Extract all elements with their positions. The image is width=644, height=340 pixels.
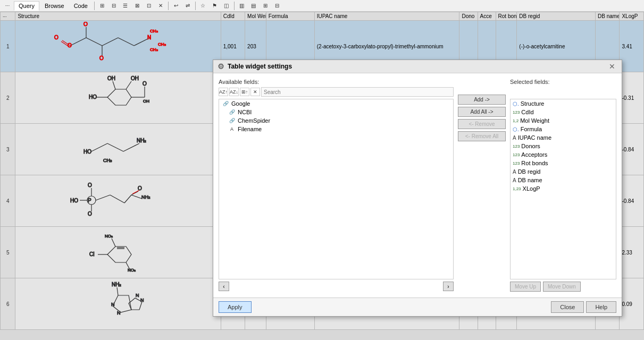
bookmark-icon[interactable]: ☆ xyxy=(198,1,208,11)
sep2 xyxy=(168,2,169,10)
list-item[interactable]: ⬡. Formula xyxy=(511,125,616,133)
list-item[interactable]: A IUPAC name xyxy=(511,133,616,142)
field-label: Filename xyxy=(238,126,262,132)
list-item[interactable]: 🔗 Google xyxy=(219,99,453,108)
list-icon[interactable]: ☰ xyxy=(120,1,131,11)
sort-type-button[interactable]: ⊞↑ xyxy=(240,88,249,96)
view1-icon[interactable]: ▥ xyxy=(237,1,247,11)
apply-button[interactable]: Apply xyxy=(219,301,252,313)
num-icon: 1,23 xyxy=(513,186,521,191)
text-icon: A xyxy=(513,135,516,141)
table-icon[interactable]: ⊟ xyxy=(108,1,119,11)
dialog-columns-container: Available fields: AZ↑ AZ↓ ⊞↑ ✕ 🔗 xyxy=(219,79,616,292)
toolbar: ··· Query Browse Code ⊞ ⊟ ☰ ⊠ ⊡ ✕ ↩ ⇌ ☆ … xyxy=(0,0,644,12)
dialog-close-button[interactable]: ✕ xyxy=(607,62,617,71)
list-item[interactable]: 1,2 Mol Weight xyxy=(511,116,616,125)
menu-button[interactable]: ··· xyxy=(2,1,13,11)
num-icon: 123 xyxy=(513,110,520,115)
list-item[interactable]: 123 Acceptors xyxy=(511,150,616,159)
field-label: DB regid xyxy=(518,168,541,175)
nav-right-button[interactable]: › xyxy=(443,282,454,291)
help-button[interactable]: Help xyxy=(586,301,616,313)
table-widget-settings-dialog: ⚙ Table widget settings ✕ Available fiel… xyxy=(213,60,622,317)
add-all-button[interactable]: Add All -> xyxy=(458,107,506,117)
list-item[interactable]: ⬡. Structure xyxy=(511,99,616,108)
sep4 xyxy=(234,2,235,10)
grid-icon[interactable]: ⊞ xyxy=(97,1,107,11)
tab-browse[interactable]: Browse xyxy=(40,2,69,10)
available-fields-section: Available fields: AZ↑ AZ↓ ⊞↑ ✕ 🔗 xyxy=(219,79,454,292)
list-item[interactable]: 1,23 XLogP xyxy=(511,184,616,193)
split-icon[interactable]: ⊡ xyxy=(144,1,154,11)
forward-icon[interactable]: ⇌ xyxy=(182,1,193,11)
move-down-button[interactable]: Move Down xyxy=(543,282,581,292)
list-item[interactable]: 123 Donors xyxy=(511,142,616,150)
available-fields-list[interactable]: 🔗 Google 🔗 NCBI 🔗 ChemSpider xyxy=(219,99,454,279)
move-up-button[interactable]: Move Up xyxy=(510,282,541,292)
struct-icon: ⬡. xyxy=(513,101,519,107)
formula-icon: ⬡. xyxy=(513,126,519,132)
selected-fields-section: Selected fields: ⬡. Structure 123 C xyxy=(510,79,616,292)
settings-gear-icon: ⚙ xyxy=(218,62,224,71)
num-icon: 1,2 xyxy=(513,118,518,123)
dialog-footer: Apply Close Help xyxy=(213,298,622,316)
list-item[interactable]: A Filename xyxy=(219,125,453,133)
list-item[interactable]: 123 CdId xyxy=(511,108,616,116)
text-icon: A xyxy=(513,177,516,183)
list-item[interactable]: 123 Rot bonds xyxy=(511,159,616,167)
selected-fields-list[interactable]: ⬡. Structure 123 CdId 1,2 Mol xyxy=(510,99,616,279)
merge-icon[interactable]: ⊠ xyxy=(132,1,143,11)
field-label: CdId xyxy=(521,109,533,115)
tab-query[interactable]: Query xyxy=(14,1,39,11)
sort-az-button[interactable]: AZ↑ xyxy=(219,88,228,96)
text-icon: A xyxy=(228,126,236,132)
list-item[interactable]: A DB regid xyxy=(511,167,616,176)
selected-fields-label: Selected fields: xyxy=(510,79,616,85)
available-fields-toolbar: AZ↑ AZ↓ ⊞↑ ✕ xyxy=(219,87,454,97)
sep1 xyxy=(94,2,95,10)
remove-all-button[interactable]: <- Remove All xyxy=(458,131,506,141)
text-icon: A xyxy=(513,169,516,175)
nav-left-button[interactable]: ‹ xyxy=(219,282,229,291)
tab-code[interactable]: Code xyxy=(70,2,92,10)
dialog-body: Available fields: AZ↑ AZ↓ ⊞↑ ✕ 🔗 xyxy=(213,73,622,298)
field-label: Formula xyxy=(521,126,542,132)
view2-icon[interactable]: ▤ xyxy=(248,1,259,11)
field-label: Structure xyxy=(521,100,545,107)
link-icon: 🔗 xyxy=(221,100,230,107)
dialog-overlay: ⚙ Table widget settings ✕ Available fiel… xyxy=(0,12,644,340)
add-button[interactable]: Add -> xyxy=(458,95,506,105)
field-label: NCBI xyxy=(238,109,252,115)
list-item[interactable]: 🔗 NCBI xyxy=(219,108,453,116)
list-item[interactable]: A DB name xyxy=(511,176,616,184)
field-label: XLogP xyxy=(523,185,540,192)
transfer-buttons-container: Add -> Add All -> <- Remove <- Remove Al… xyxy=(458,79,506,292)
back-icon[interactable]: ↩ xyxy=(171,1,181,11)
list-item[interactable]: 🔗 ChemSpider xyxy=(219,116,453,125)
field-label: Acceptors xyxy=(521,151,547,158)
field-label: Mol Weight xyxy=(520,117,549,124)
view3-icon[interactable]: ⊞ xyxy=(260,1,271,11)
move-buttons-container: Move Up Move Down xyxy=(510,282,616,292)
field-label: Donors xyxy=(521,143,540,149)
link-icon: 🔗 xyxy=(228,117,236,124)
sort-za-button[interactable]: AZ↓ xyxy=(229,88,239,96)
available-fields-nav: ‹ › xyxy=(219,279,454,292)
remove-filter-button[interactable]: ✕ xyxy=(250,88,260,96)
close-button[interactable]: Close xyxy=(551,301,584,313)
flag-icon[interactable]: ⚑ xyxy=(210,1,220,11)
field-label: DB name xyxy=(518,177,542,183)
num-icon: 123 xyxy=(513,161,520,166)
num-icon: 123 xyxy=(513,152,520,157)
fields-search-input[interactable] xyxy=(261,87,454,97)
available-fields-label: Available fields: xyxy=(219,79,454,85)
main-content: ··· Structure CdId Mol Weigh Formula IUP… xyxy=(0,12,644,340)
dialog-title-text: Table widget settings xyxy=(228,63,292,70)
dialog-titlebar: ⚙ Table widget settings ✕ xyxy=(213,60,622,73)
sep3 xyxy=(195,2,196,10)
select-icon[interactable]: ◫ xyxy=(221,1,232,11)
field-label: Google xyxy=(231,100,250,107)
close-icon[interactable]: ✕ xyxy=(155,1,166,11)
view4-icon[interactable]: ⊟ xyxy=(272,1,282,11)
remove-button[interactable]: <- Remove xyxy=(458,119,506,129)
